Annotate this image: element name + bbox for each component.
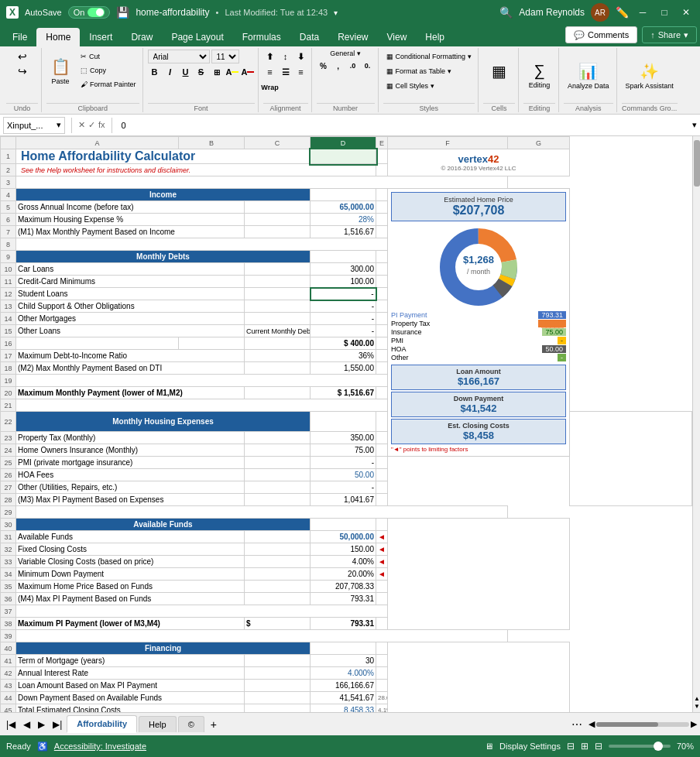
autosave-toggle-switch[interactable] [88,8,105,17]
format-painter-button[interactable]: 🖌 Format Painter [77,77,139,91]
chevron-down-icon[interactable]: ▾ [334,9,338,17]
cell-d40[interactable] [311,642,376,655]
tab-help[interactable]: Help [416,28,454,46]
cell-d17[interactable]: 36% [311,350,376,362]
cell-d43[interactable]: 166,166.67 [311,680,376,692]
increase-decimal-button[interactable]: .0 [346,59,360,73]
align-middle-button[interactable]: ↕ [279,50,293,63]
cell-d30[interactable] [311,519,376,531]
sheet-tab-copyright[interactable]: © [178,716,204,732]
editing-button[interactable]: ∑ Editing [525,54,554,98]
redo-button[interactable]: ↪ [15,64,30,77]
insert-function-icon[interactable]: fx [98,120,105,130]
spark-assistant-button[interactable]: ✨ Spark Assistant [622,54,678,98]
cell-d23[interactable]: 350.00 [311,432,376,444]
cell-d25[interactable]: - [311,457,376,469]
view-page-break-icon[interactable]: ⊟ [595,741,602,752]
cell-c24[interactable] [245,444,311,457]
tab-review[interactable]: Review [328,28,377,46]
minimize-button[interactable]: ─ [635,5,650,20]
analyze-data-button[interactable]: 📊 Analyze Data [564,54,613,98]
conditional-formatting-button[interactable]: ▦ Conditional Formatting ▾ [383,50,475,63]
cell-c20[interactable] [245,387,311,399]
cell-d31[interactable]: 50,000.00 [311,531,376,543]
cell-d34[interactable]: 20.00% [311,568,376,581]
scroll-down-arrow[interactable]: ▼ [693,703,700,712]
scroll-left-icon[interactable]: ◀ [588,719,595,729]
cell-c12[interactable] [245,288,311,300]
font-color-button[interactable]: A [241,65,255,79]
col-header-c[interactable]: C [245,137,311,149]
cell-d12[interactable]: - [311,288,376,300]
tab-prev-arrow[interactable]: ◀ [20,718,33,731]
cell-c25[interactable] [245,457,311,469]
cell-c31[interactable] [245,531,311,543]
strikethrough-button[interactable]: S [194,65,208,79]
confirm-formula-icon[interactable]: ✓ [88,120,95,130]
cell-c17[interactable] [245,350,311,362]
cell-c7[interactable] [245,226,311,238]
cell-c27[interactable] [245,481,311,494]
cell-c23[interactable] [245,432,311,444]
name-box[interactable]: Xinput_... ▾ [3,117,65,134]
tab-next-arrow[interactable]: ▶ [35,718,48,731]
cell-d28[interactable]: 1,041.67 [311,494,376,506]
zoom-slider[interactable] [609,745,671,748]
cell-d4[interactable] [311,189,376,201]
cell-d6[interactable]: 28% [311,214,376,226]
view-layout-icon[interactable]: ⊞ [581,741,588,752]
cell-d45[interactable]: 8,458.33 [311,704,376,713]
cell-c11[interactable] [245,276,311,288]
save-icon[interactable]: 💾 [116,6,129,19]
col-header-e[interactable]: E [376,137,388,149]
format-as-table-button[interactable]: ▦ Format as Table ▾ [383,64,455,77]
cut-button[interactable]: ✂ Cut [77,50,139,63]
share-button[interactable]: ↑ Share ▾ [642,26,697,43]
cell-c43[interactable] [245,680,311,692]
cell-c42[interactable] [245,667,311,680]
cell-styles-button[interactable]: ▦ Cell Styles ▾ [383,79,438,92]
cell-d22[interactable] [311,412,376,432]
tab-last-arrow[interactable]: ▶| [50,718,65,731]
cell-c14[interactable] [245,313,311,325]
add-sheet-button[interactable]: + [206,717,221,732]
cell-d35[interactable]: 207,708.33 [311,581,376,593]
cell-d41[interactable]: 30 [311,655,376,667]
cell-d7[interactable]: 1,516.67 [311,226,376,238]
decrease-decimal-button[interactable]: 0. [361,59,375,73]
selected-input-cell[interactable] [311,149,376,164]
align-top-button[interactable]: ⬆ [263,50,277,63]
cancel-formula-icon[interactable]: ✕ [78,120,85,130]
view-normal-icon[interactable]: ⊟ [567,741,575,752]
cell-d18[interactable]: 1,550.00 [311,362,376,375]
autosave-toggle[interactable]: On [68,6,111,19]
vertical-scrollbar[interactable]: ▲ ▼ [692,136,700,712]
maximize-button[interactable]: □ [657,5,672,20]
tab-first-arrow[interactable]: |◀ [3,718,19,731]
col-header-a[interactable]: A [16,137,179,149]
col-header-f[interactable]: F [388,137,508,149]
tab-insert[interactable]: Insert [80,28,122,46]
cell-d38[interactable]: 793.31 [311,618,376,630]
cell-d32[interactable]: 150.00 [311,543,376,556]
percent-button[interactable]: % [317,59,331,73]
zoom-level[interactable]: 70% [677,742,694,751]
pen-icon[interactable]: ✏️ [616,6,629,19]
accessibility-label[interactable]: Accessibility: Investigate [54,742,146,751]
align-left-button[interactable]: ≡ [263,65,277,79]
tab-home[interactable]: Home [36,28,80,46]
borders-button[interactable]: ⊞ [210,65,224,79]
comments-button[interactable]: 💬 Comments [565,26,637,43]
h-scroll-track[interactable] [596,722,689,727]
display-settings-label[interactable]: Display Settings [499,742,561,751]
close-button[interactable]: ✕ [678,5,694,20]
horizontal-scrollbar[interactable]: ◀ ▶ [588,719,697,729]
cell-c33[interactable] [245,556,311,568]
tab-formulas[interactable]: Formulas [233,28,290,46]
wrap-text-button[interactable]: Wrap [263,80,277,94]
paste-button[interactable]: 📋 Paste [46,50,74,93]
align-center-button[interactable]: ☰ [279,65,293,79]
cell-d14[interactable]: - [311,313,376,325]
col-header-d[interactable]: D [311,137,376,149]
cell-c38[interactable]: $ [245,618,311,630]
